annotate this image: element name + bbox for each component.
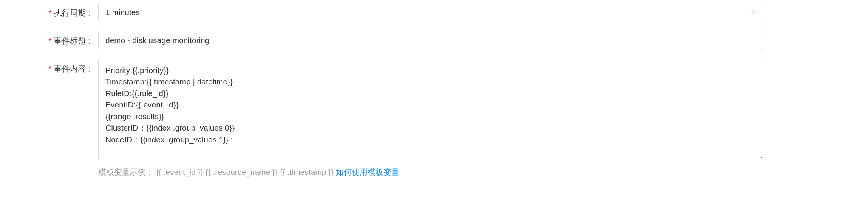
label-text: 事件标题：: [54, 36, 94, 45]
execution-period-control: 1 minutes: [98, 3, 763, 22]
helper-prefix-text: 模板变量示例： {{ .event_id }} {{ .resource_nam…: [98, 168, 336, 176]
event-content-textarea[interactable]: [98, 59, 763, 160]
event-title-control: [98, 31, 763, 50]
event-title-row: *事件标题：: [8, 31, 860, 50]
required-asterisk: *: [49, 64, 52, 73]
event-title-label: *事件标题：: [8, 31, 98, 46]
template-helper-row: 模板变量示例： {{ .event_id }} {{ .resource_nam…: [98, 167, 860, 177]
event-content-label: *事件内容：: [8, 59, 98, 74]
execution-period-value[interactable]: 1 minutes: [98, 3, 763, 22]
event-content-row: *事件内容：: [8, 59, 860, 162]
label-text: 执行周期：: [54, 8, 94, 17]
required-asterisk: *: [49, 8, 52, 17]
event-title-input[interactable]: [98, 31, 763, 50]
execution-period-row: *执行周期： 1 minutes: [8, 3, 860, 22]
helper-link[interactable]: 如何使用模板变量: [336, 168, 399, 176]
event-content-control: [98, 59, 763, 162]
execution-period-select[interactable]: 1 minutes: [98, 3, 763, 22]
execution-period-label: *执行周期：: [8, 3, 98, 18]
required-asterisk: *: [49, 36, 52, 45]
label-text: 事件内容：: [54, 64, 94, 73]
